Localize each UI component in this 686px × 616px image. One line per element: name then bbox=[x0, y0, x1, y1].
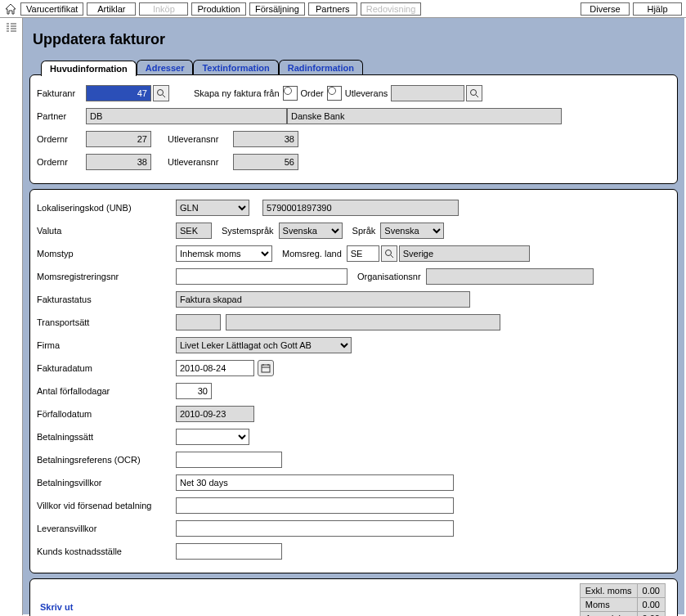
moms-label: Moms bbox=[580, 598, 637, 612]
transportsatt-code-input bbox=[176, 314, 221, 330]
fakturanr-label: Fakturanr bbox=[37, 88, 86, 98]
betalningsvillkor-input[interactable] bbox=[176, 474, 454, 491]
antal-forfallo-input[interactable] bbox=[176, 383, 212, 399]
ordernr-2-input bbox=[86, 154, 151, 170]
svg-point-12 bbox=[385, 250, 391, 256]
lokalisering-type-select[interactable]: GLN bbox=[176, 200, 249, 216]
svg-line-11 bbox=[476, 95, 478, 97]
fakturadatum-input[interactable] bbox=[176, 360, 254, 376]
firma-select[interactable]: Livet Leker Lättlagat och Gott AB bbox=[176, 337, 352, 353]
footer-panel: Skriv ut SPARA SLUTFÖR MAKULERA « Första… bbox=[29, 578, 678, 616]
fakturanr-input[interactable] bbox=[86, 85, 151, 101]
leveransvillkor-label: Leveransvillkor bbox=[37, 524, 176, 533]
utleveransnr-1-label: Utleveransnr bbox=[168, 134, 233, 144]
menu-hjalp[interactable]: Hjälp bbox=[633, 2, 682, 16]
organisationsnr-input bbox=[426, 268, 594, 285]
skapa-label: Skapa ny faktura från bbox=[194, 88, 280, 98]
systemsprak-label: Systemspråk bbox=[222, 226, 274, 236]
sprak-select[interactable]: Svenska bbox=[380, 223, 444, 239]
transportsatt-name-input bbox=[226, 314, 500, 330]
organisationsnr-label: Organisationsnr bbox=[357, 272, 421, 281]
moms-value: 0.00 bbox=[637, 598, 665, 612]
transportsatt-label: Transportsätt bbox=[37, 317, 176, 327]
momsregistreringsnr-input[interactable] bbox=[176, 268, 347, 285]
tab-radinformation[interactable]: Radinformation bbox=[279, 60, 363, 75]
momsreg-land-label: Momsreg. land bbox=[282, 249, 342, 259]
avrundning-label: Avrundning bbox=[580, 612, 637, 617]
forfallodatum-input bbox=[176, 406, 254, 422]
from-value-input bbox=[391, 85, 464, 101]
menu-partners[interactable]: Partners bbox=[308, 2, 357, 16]
fakturastatus-input bbox=[176, 291, 470, 308]
search-momsreg-icon[interactable] bbox=[381, 245, 397, 262]
betalningsvillkor-label: Betalningsvillkor bbox=[37, 478, 176, 488]
momstyp-select[interactable]: Inhemsk moms bbox=[176, 245, 272, 262]
menu-inkop: Inköp bbox=[139, 2, 188, 16]
antal-forfallo-label: Antal förfallodagar bbox=[37, 386, 176, 396]
valuta-input bbox=[176, 223, 212, 239]
utleveransnr-1-input bbox=[233, 131, 298, 147]
radio-utleverans[interactable] bbox=[327, 86, 342, 101]
betalningssatt-label: Betalningssätt bbox=[37, 432, 176, 442]
fakturastatus-label: Fakturastatus bbox=[37, 295, 176, 304]
menu-varucertifikat[interactable]: Varucertifikat bbox=[20, 2, 83, 16]
partner-label: Partner bbox=[37, 111, 86, 121]
ordernr-2-label: Ordernr bbox=[37, 157, 86, 167]
lokaliseringskod-label: Lokaliseringskod (UNB) bbox=[37, 203, 176, 213]
search-from-icon[interactable] bbox=[466, 85, 482, 101]
radio-order[interactable] bbox=[283, 86, 298, 101]
list-icon[interactable] bbox=[5, 21, 18, 34]
avrundning-value: 0.00 bbox=[637, 612, 665, 617]
page-title: Uppdatera fakturor bbox=[33, 31, 678, 48]
betalningssatt-select[interactable] bbox=[176, 429, 249, 445]
tab-huvudinformation[interactable]: Huvudinformation bbox=[41, 61, 137, 76]
systemsprak-select[interactable]: Svenska bbox=[279, 223, 343, 239]
momsregistreringsnr-label: Momsregistreringsnr bbox=[37, 272, 176, 281]
ordernr-1-label: Ordernr bbox=[37, 134, 86, 144]
search-fakturanr-icon[interactable] bbox=[153, 85, 169, 101]
tab-textinformation[interactable]: Textinformation bbox=[193, 60, 278, 75]
menu-produktion[interactable]: Produktion bbox=[191, 2, 246, 16]
svg-point-8 bbox=[158, 90, 164, 96]
villkor-forsenad-label: Villkor vid försenad betalning bbox=[37, 501, 176, 510]
ordernr-1-input bbox=[86, 131, 151, 147]
header-panel: Fakturanr Skapa ny faktura från Order Ut… bbox=[29, 74, 678, 184]
menu-artiklar[interactable]: Artiklar bbox=[87, 2, 136, 16]
fakturadatum-label: Fakturadatum bbox=[37, 363, 176, 373]
momsreg-land-name-input bbox=[399, 245, 530, 262]
leveransvillkor-input[interactable] bbox=[176, 520, 454, 537]
valuta-label: Valuta bbox=[37, 226, 176, 236]
utleverans-label: Utleverans bbox=[345, 88, 388, 98]
menu-redovisning: Redovisning bbox=[361, 2, 422, 16]
exkl-moms-value: 0.00 bbox=[637, 584, 665, 598]
svg-line-9 bbox=[163, 95, 165, 97]
order-label: Order bbox=[301, 88, 324, 98]
svg-point-10 bbox=[471, 90, 477, 96]
firma-label: Firma bbox=[37, 340, 176, 350]
sprak-label: Språk bbox=[352, 226, 376, 236]
utleveransnr-2-input bbox=[233, 154, 298, 170]
lokalisering-value-input bbox=[262, 200, 459, 216]
main-panel: Lokaliseringskod (UNB) GLN Valuta System… bbox=[29, 189, 678, 573]
top-menu: Varucertifikat Artiklar Inköp Produktion… bbox=[0, 0, 686, 18]
sidebar bbox=[0, 18, 23, 615]
villkor-forsenad-input[interactable] bbox=[176, 497, 454, 514]
forfallodatum-label: Förfallodatum bbox=[37, 409, 176, 419]
kunds-kostnad-label: Kunds kostnadsställe bbox=[37, 546, 176, 556]
home-icon[interactable] bbox=[4, 2, 17, 16]
tabs: Huvudinformation Adresser Textinformatio… bbox=[41, 60, 678, 75]
momstyp-label: Momstyp bbox=[37, 249, 176, 259]
exkl-moms-label: Exkl. moms bbox=[580, 584, 637, 598]
svg-rect-14 bbox=[262, 365, 270, 372]
skriv-ut-link[interactable]: Skriv ut bbox=[40, 602, 73, 612]
menu-diverse[interactable]: Diverse bbox=[581, 2, 630, 16]
partner-name-input bbox=[287, 108, 562, 124]
calendar-icon[interactable] bbox=[258, 360, 274, 376]
momsreg-land-code-input[interactable] bbox=[347, 245, 379, 262]
kunds-kostnad-input[interactable] bbox=[176, 543, 282, 560]
menu-forsaljning[interactable]: Försäljning bbox=[249, 2, 305, 16]
tab-adresser[interactable]: Adresser bbox=[137, 60, 194, 75]
utleveransnr-2-label: Utleveransnr bbox=[168, 157, 233, 167]
betalningsreferens-input[interactable] bbox=[176, 452, 282, 468]
totals-table: Exkl. moms0.00 Moms0.00 Avrundning0.00 I… bbox=[580, 583, 666, 616]
